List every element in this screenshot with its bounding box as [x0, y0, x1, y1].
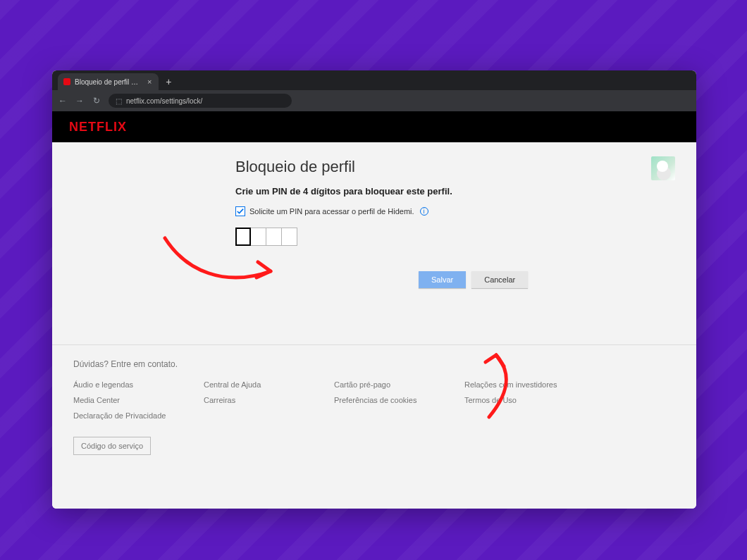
page-body: Bloqueio de perfil Crie um PIN de 4 dígi… — [52, 142, 696, 509]
main-column: Bloqueio de perfil Crie um PIN de 4 dígi… — [235, 158, 630, 288]
content-wrap: Bloqueio de perfil Crie um PIN de 4 dígi… — [52, 142, 696, 497]
info-icon[interactable]: i — [420, 207, 428, 216]
netflix-favicon-icon — [63, 78, 70, 85]
forward-icon[interactable]: → — [75, 96, 85, 106]
pin-input-group — [235, 228, 630, 246]
checkmark-icon — [237, 208, 244, 215]
footer: Dúvidas? Entre em contato. Áudio e legen… — [52, 344, 696, 476]
browser-tab[interactable]: Bloqueio de perfil – Conta – Ne × — [58, 73, 159, 90]
footer-link[interactable]: Áudio e legendas — [73, 380, 190, 389]
action-buttons: Salvar Cancelar — [419, 271, 630, 288]
require-pin-checkbox[interactable] — [235, 206, 245, 216]
save-button[interactable]: Salvar — [419, 271, 466, 288]
footer-link[interactable]: Termos de Uso — [464, 396, 581, 404]
new-tab-button[interactable]: + — [161, 75, 175, 89]
page-title: Bloqueio de perfil — [235, 158, 630, 176]
footer-link[interactable]: Carreiras — [204, 396, 320, 404]
footer-link[interactable]: Relações com investidores — [464, 380, 581, 389]
tab-strip: Bloqueio de perfil – Conta – Ne × + — [52, 70, 696, 90]
footer-link[interactable]: Cartão pré-pago — [334, 380, 450, 389]
footer-link[interactable]: Preferências de cookies — [334, 396, 450, 404]
address-bar[interactable]: ⬚ netflix.com/settings/lock/ — [109, 94, 292, 108]
pin-digit-2[interactable] — [251, 228, 266, 246]
netflix-header: NETFLIX — [52, 111, 696, 142]
require-pin-label: Solicite um PIN para acessar o perfil de… — [249, 207, 414, 216]
browser-toolbar: ← → ↻ ⬚ netflix.com/settings/lock/ — [52, 90, 696, 111]
pin-digit-4[interactable] — [282, 228, 297, 246]
footer-link[interactable]: Declaração de Privacidade — [73, 411, 190, 420]
require-pin-row: Solicite um PIN para acessar o perfil de… — [235, 206, 630, 216]
browser-window: Bloqueio de perfil – Conta – Ne × + ← → … — [52, 70, 696, 509]
url-text: netflix.com/settings/lock/ — [126, 97, 202, 105]
site-info-icon[interactable]: ⬚ — [116, 97, 122, 105]
footer-link[interactable]: Media Center — [73, 396, 190, 404]
pin-digit-3[interactable] — [266, 228, 282, 246]
footer-links: Áudio e legendas Central de Ajuda Cartão… — [73, 380, 581, 420]
tab-title: Bloqueio de perfil – Conta – Ne — [75, 78, 142, 86]
back-icon[interactable]: ← — [58, 96, 68, 106]
footer-contact-link[interactable]: Dúvidas? Entre em contato. — [73, 359, 675, 369]
service-code-button[interactable]: Código do serviço — [73, 437, 151, 455]
reload-icon[interactable]: ↻ — [92, 96, 101, 106]
page-subtitle: Crie um PIN de 4 dígitos para bloquear e… — [235, 186, 630, 197]
cancel-button[interactable]: Cancelar — [471, 271, 528, 288]
netflix-logo[interactable]: NETFLIX — [69, 120, 127, 135]
close-tab-icon[interactable]: × — [146, 77, 153, 86]
pin-digit-1[interactable] — [235, 228, 251, 246]
footer-link[interactable]: Central de Ajuda — [204, 380, 320, 389]
profile-avatar[interactable] — [651, 156, 675, 180]
